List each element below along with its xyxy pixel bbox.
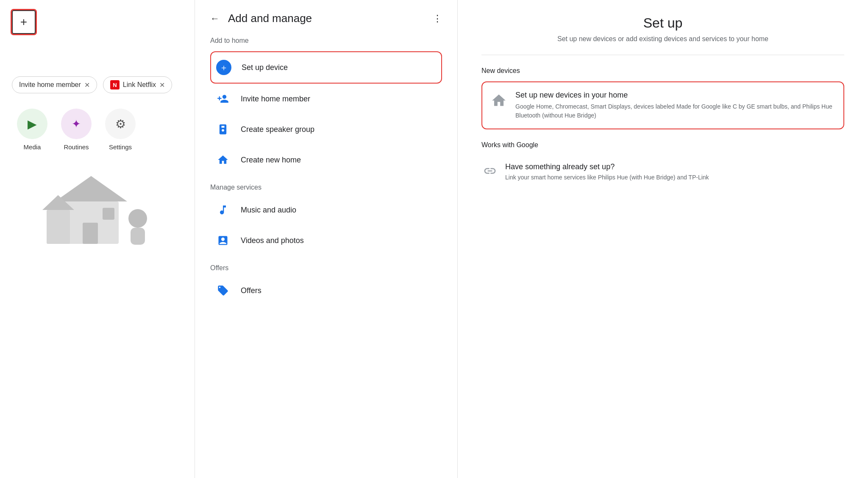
settings-icon: ⚙ (115, 117, 126, 131)
chip-row: Invite home member ✕ N Link Netflix ✕ (12, 76, 183, 93)
link-netflix-chip[interactable]: N Link Netflix ✕ (103, 76, 172, 93)
videos-photos-label: Videos and photos (241, 236, 304, 245)
invite-home-member-item[interactable]: Invite home member (210, 84, 442, 114)
setup-subtitle: Set up new devices or add existing devic… (481, 35, 844, 43)
videos-photos-item[interactable]: Videos and photos (210, 225, 442, 256)
routines-icon: ✦ (72, 117, 81, 131)
device-card-content: Set up new devices in your home Google H… (515, 91, 835, 120)
svg-rect-2 (47, 210, 70, 244)
house-svg (38, 163, 157, 248)
right-panel: Set up Set up new devices or add existin… (458, 0, 868, 478)
svg-rect-5 (103, 208, 114, 220)
video-icon (215, 233, 231, 248)
new-devices-label: New devices (481, 67, 844, 75)
offers-section-label: Offers (210, 264, 442, 272)
svg-point-6 (128, 209, 147, 228)
left-panel: + Invite home member ✕ N Link Netflix ✕ … (0, 0, 195, 478)
manage-services-label: Manage services (210, 184, 442, 191)
music-audio-item[interactable]: Music and audio (210, 195, 442, 225)
panel-title: Add and manage (228, 12, 312, 25)
speaker-icon (215, 122, 231, 137)
new-devices-card[interactable]: Set up new devices in your home Google H… (481, 81, 844, 129)
routines-shortcut[interactable]: ✦ Routines (61, 109, 92, 151)
create-new-home-label: Create new home (241, 156, 301, 165)
works-card-title: Have something already set up? (505, 162, 709, 171)
create-speaker-group-label: Create speaker group (241, 125, 314, 134)
setup-title: Set up (481, 15, 844, 31)
netflix-icon: N (110, 80, 120, 89)
settings-label: Settings (109, 143, 132, 151)
plus-icon: + (20, 15, 27, 29)
works-card-content: Have something already set up? Link your… (505, 162, 709, 182)
invite-home-member-chip[interactable]: Invite home member ✕ (12, 76, 97, 93)
offers-label: Offers (241, 286, 262, 295)
set-up-device-item[interactable]: ＋ Set up device (210, 51, 442, 84)
plus-circle-icon: ＋ (216, 60, 231, 75)
music-icon (215, 202, 231, 218)
works-with-google-card[interactable]: Have something already set up? Link your… (481, 156, 844, 189)
home-icon (215, 152, 231, 168)
device-card-desc: Google Home, Chromecast, Smart Displays,… (515, 102, 835, 120)
middle-panel: ← Add and manage ⋮ Add to home ＋ Set up … (195, 0, 458, 478)
routines-label: Routines (64, 143, 89, 151)
add-to-home-label: Add to home (210, 37, 442, 45)
svg-rect-4 (83, 223, 98, 244)
invite-chip-label: Invite home member (19, 81, 81, 89)
setup-divider (481, 55, 844, 55)
music-audio-label: Music and audio (241, 206, 296, 215)
house-device-icon (491, 92, 507, 112)
netflix-chip-label: Link Netflix (123, 81, 156, 89)
back-button[interactable]: ← (210, 13, 220, 24)
offers-item[interactable]: Offers (210, 275, 442, 306)
settings-icon-circle: ⚙ (105, 109, 136, 139)
set-up-device-label: Set up device (242, 63, 288, 72)
media-icon: ▶ (28, 117, 37, 131)
add-button[interactable]: + (12, 10, 36, 34)
create-speaker-group-item[interactable]: Create speaker group (210, 114, 442, 145)
invite-chip-close-icon[interactable]: ✕ (84, 81, 90, 89)
panel-header: ← Add and manage ⋮ (210, 12, 442, 25)
media-icon-circle: ▶ (17, 109, 47, 139)
svg-rect-7 (131, 228, 145, 245)
works-with-google-label: Works with Google (481, 141, 844, 149)
tag-icon (215, 283, 231, 298)
invite-home-member-label: Invite home member (241, 95, 310, 103)
panel-header-left: ← Add and manage (210, 12, 312, 25)
media-label: Media (24, 143, 41, 151)
routines-icon-circle: ✦ (61, 109, 92, 139)
link-icon (483, 164, 497, 181)
settings-shortcut[interactable]: ⚙ Settings (105, 109, 136, 151)
svg-marker-1 (55, 176, 127, 201)
create-new-home-item[interactable]: Create new home (210, 145, 442, 175)
home-illustration (12, 163, 183, 248)
netflix-chip-close-icon[interactable]: ✕ (159, 81, 165, 89)
works-card-desc: Link your smart home services like Phili… (505, 173, 709, 182)
person-add-icon (215, 91, 231, 106)
device-card-title: Set up new devices in your home (515, 91, 835, 100)
media-shortcut[interactable]: ▶ Media (17, 109, 47, 151)
shortcut-row: ▶ Media ✦ Routines ⚙ Settings (12, 109, 183, 151)
more-options-icon[interactable]: ⋮ (433, 13, 442, 24)
